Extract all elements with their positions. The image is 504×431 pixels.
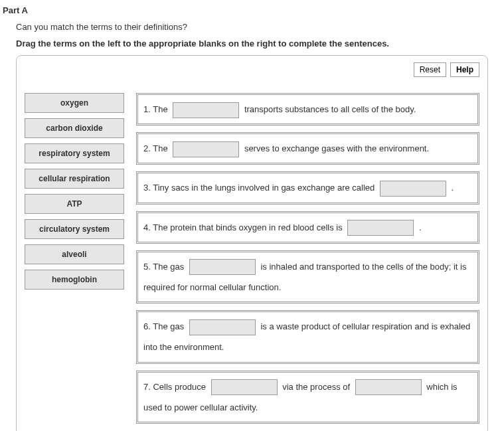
- blank-4[interactable]: [347, 220, 414, 236]
- sentence-3: 3. Tiny sacs in the lungs involved in ga…: [136, 171, 479, 204]
- sentence-6: 6. The gas is a waste product of cellula…: [136, 310, 479, 363]
- terms-column: oxygen carbon dioxide respiratory system…: [25, 93, 124, 290]
- sentence-2-text-b: serves to exchange gases with the enviro…: [244, 143, 429, 153]
- instruction-text: Drag the terms on the left to the approp…: [16, 39, 504, 48]
- term-atp[interactable]: ATP: [25, 194, 124, 214]
- help-button[interactable]: Help: [450, 62, 479, 77]
- part-label: Part A: [3, 5, 504, 15]
- sentence-1-text-a: 1. The: [143, 104, 168, 114]
- exercise-box: Reset Help oxygen carbon dioxide respira…: [16, 55, 488, 431]
- sentence-7-text-a: 7. Cells produce: [143, 382, 206, 392]
- sentence-7: 7. Cells produce via the process of whic…: [136, 371, 479, 424]
- sentence-4-text-b: .: [419, 222, 422, 232]
- sentence-5: 5. The gas is inhaled and transported to…: [136, 250, 479, 303]
- blank-7a[interactable]: [211, 379, 278, 395]
- work-area: oxygen carbon dioxide respiratory system…: [25, 93, 479, 424]
- sentence-4: 4. The protein that binds oxygen in red …: [136, 211, 479, 244]
- sentence-4-text-a: 4. The protein that binds oxygen in red …: [143, 222, 343, 232]
- blank-3[interactable]: [380, 181, 446, 197]
- sentences-column: 1. The transports substances to all cell…: [136, 93, 479, 424]
- question-text: Can you match the terms to their definit…: [16, 22, 504, 32]
- sentence-7-text-b: via the process of: [282, 382, 350, 392]
- term-hemoglobin[interactable]: hemoglobin: [25, 270, 124, 290]
- reset-button[interactable]: Reset: [414, 62, 446, 77]
- term-alveoli[interactable]: alveoli: [25, 244, 124, 264]
- toolbar: Reset Help: [25, 62, 479, 77]
- sentence-3-text-a: 3. Tiny sacs in the lungs involved in ga…: [143, 183, 375, 193]
- term-carbon-dioxide[interactable]: carbon dioxide: [25, 118, 124, 138]
- blank-5[interactable]: [189, 259, 256, 275]
- sentence-6-text-a: 6. The gas: [143, 321, 184, 331]
- blank-6[interactable]: [189, 319, 256, 335]
- term-respiratory-system[interactable]: respiratory system: [25, 143, 124, 163]
- term-circulatory-system[interactable]: circulatory system: [25, 219, 124, 239]
- sentence-3-text-b: .: [452, 183, 454, 193]
- blank-2[interactable]: [173, 141, 239, 157]
- sentence-5-text-a: 5. The gas: [143, 262, 184, 272]
- term-cellular-respiration[interactable]: cellular respiration: [25, 169, 124, 189]
- term-oxygen[interactable]: oxygen: [25, 93, 124, 113]
- blank-7b[interactable]: [355, 379, 422, 395]
- sentence-2-text-a: 2. The: [143, 143, 168, 153]
- sentence-1-text-b: transports substances to all cells of th…: [244, 104, 416, 114]
- blank-1[interactable]: [173, 102, 239, 118]
- sentence-2: 2. The serves to exchange gases with the…: [136, 132, 479, 165]
- sentence-1: 1. The transports substances to all cell…: [136, 93, 479, 126]
